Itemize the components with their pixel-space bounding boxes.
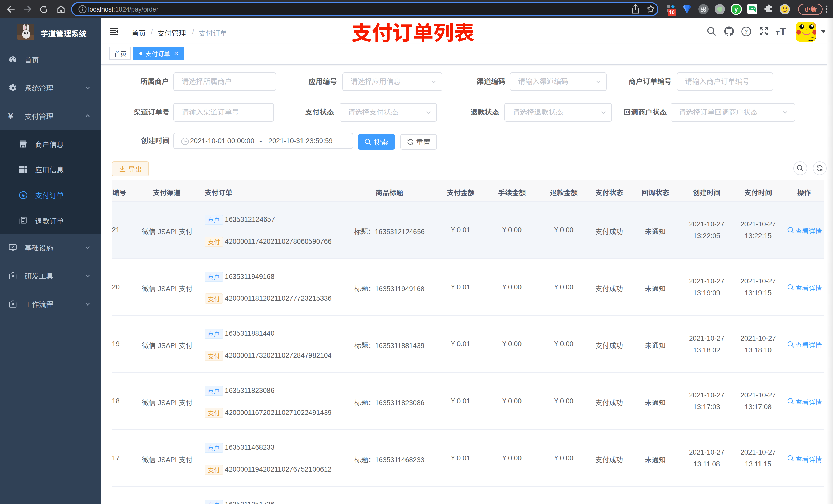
svg-text:¥: ¥ <box>22 193 25 198</box>
svg-text:?: ? <box>744 28 748 35</box>
